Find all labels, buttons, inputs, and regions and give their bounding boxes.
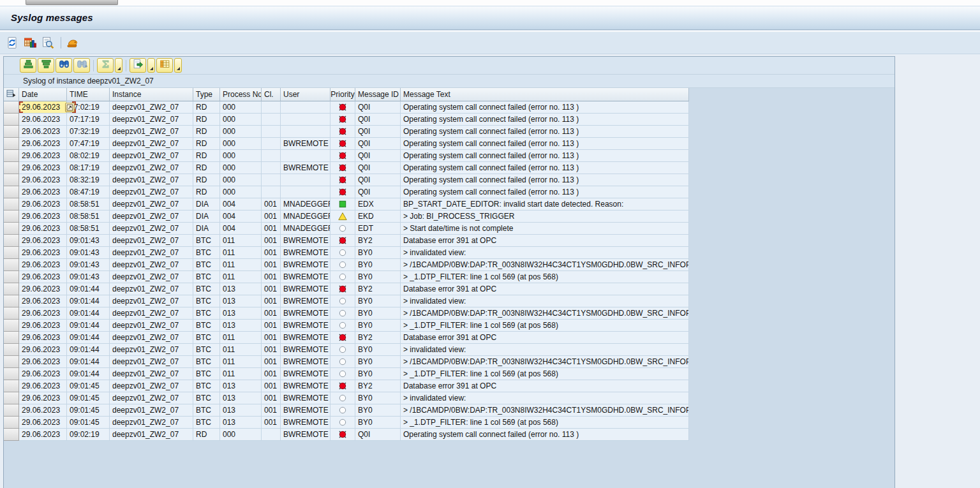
sum-button[interactable] xyxy=(97,58,114,73)
cell-time[interactable]: 09:01:44 xyxy=(67,344,110,356)
cell-time[interactable]: 09:01:43 xyxy=(67,247,110,259)
refresh-icon[interactable] xyxy=(5,36,19,50)
cell-user[interactable]: MNADEGGER xyxy=(281,211,330,223)
cell-client[interactable] xyxy=(262,162,281,174)
cell-type[interactable]: BTC xyxy=(193,271,220,283)
column-header-client[interactable]: Cl. xyxy=(262,88,281,101)
cell-process-no[interactable]: 013 xyxy=(220,392,262,404)
cell-time[interactable]: 08:58:51 xyxy=(67,198,110,211)
cell-client[interactable]: 001 xyxy=(262,307,281,320)
column-header-process-no[interactable]: Process No xyxy=(220,88,262,101)
cell-process-no[interactable]: 011 xyxy=(220,271,262,283)
cell-time[interactable]: 08:02:19 xyxy=(67,150,110,162)
cell-priority[interactable] xyxy=(330,247,355,259)
cell-message-text[interactable]: > /1BCAMDP/0BW:DAP:TR_003N8IW32H4C34CT1Y… xyxy=(401,259,689,271)
cell-client[interactable]: 001 xyxy=(262,295,281,307)
cell-user[interactable]: BWREMOTE xyxy=(281,271,330,283)
cell-message-id[interactable]: Q0I xyxy=(355,126,401,138)
cell-client[interactable]: 001 xyxy=(262,211,281,223)
cell-date[interactable]: 29.06.2023 xyxy=(19,283,67,295)
cell-message-id[interactable]: BY0 xyxy=(355,392,401,404)
cell-type[interactable]: BTC xyxy=(193,235,220,247)
cell-process-no[interactable]: 004 xyxy=(220,223,262,235)
row-selector[interactable] xyxy=(4,174,19,186)
cell-message-text[interactable]: > /1BCAMDP/0BW:DAP:TR_003N8IW32H4C34CT1Y… xyxy=(401,307,689,320)
cell-message-id[interactable]: BY0 xyxy=(355,344,401,356)
cell-message-text[interactable]: > invalidated view: xyxy=(401,247,689,259)
row-selector[interactable] xyxy=(4,235,19,247)
cell-message-text[interactable]: > _1.DTP_FILTER: line 1 col 569 (at pos … xyxy=(401,320,689,332)
layout-button[interactable] xyxy=(156,58,173,73)
cell-user[interactable]: BWREMOTE xyxy=(281,283,330,295)
cell-process-no[interactable]: 011 xyxy=(220,259,262,271)
cell-type[interactable]: BTC xyxy=(193,368,220,380)
cell-message-id[interactable]: BY0 xyxy=(355,368,401,380)
cell-process-no[interactable]: 000 xyxy=(220,138,262,150)
cell-message-id[interactable]: BY2 xyxy=(355,380,401,392)
cell-type[interactable]: RD xyxy=(193,126,220,138)
cell-message-text[interactable]: > invalidated view: xyxy=(401,392,689,404)
column-header-instance[interactable]: Instance xyxy=(110,88,193,101)
cell-message-id[interactable]: BY0 xyxy=(355,271,401,283)
cell-date[interactable]: 29.06.2023 xyxy=(19,150,67,162)
cell-time[interactable]: 09:01:43 xyxy=(67,271,110,283)
cell-time[interactable]: 09:01:45 xyxy=(67,380,110,392)
cell-client[interactable]: 001 xyxy=(262,417,281,429)
cell-instance[interactable]: deepzv01_ZW2_07 xyxy=(110,356,193,368)
cell-type[interactable]: BTC xyxy=(193,295,220,307)
cell-message-id[interactable]: BY0 xyxy=(355,320,401,332)
cell-date[interactable]: 29.06.2023 xyxy=(19,186,67,198)
cell-type[interactable]: BTC xyxy=(193,320,220,332)
cell-priority[interactable] xyxy=(330,174,355,186)
cell-time[interactable]: 07:47:19 xyxy=(67,138,110,150)
cell-priority[interactable] xyxy=(330,150,355,162)
cell-user[interactable]: BWREMOTE xyxy=(281,344,330,356)
row-selector[interactable] xyxy=(4,356,19,368)
cell-type[interactable]: BTC xyxy=(193,247,220,259)
cell-process-no[interactable]: 013 xyxy=(220,380,262,392)
cell-priority[interactable] xyxy=(330,198,355,211)
cell-process-no[interactable]: 011 xyxy=(220,247,262,259)
cell-date[interactable]: 29.06.2023 xyxy=(19,162,67,174)
cell-type[interactable]: BTC xyxy=(193,380,220,392)
cell-message-text[interactable]: Operating system call connect failed (er… xyxy=(401,138,689,150)
cell-message-id[interactable]: BY0 xyxy=(355,247,401,259)
cell-user[interactable]: BWREMOTE xyxy=(281,380,330,392)
cell-type[interactable]: RD xyxy=(193,150,220,162)
cell-message-text[interactable]: > invalidated view: xyxy=(401,295,689,307)
cell-instance[interactable]: deepzv01_ZW2_07 xyxy=(110,198,193,211)
column-header-date[interactable]: Date xyxy=(19,88,67,101)
cell-process-no[interactable]: 004 xyxy=(220,198,262,211)
cell-user[interactable]: BWREMOTE xyxy=(281,332,330,344)
row-selector[interactable] xyxy=(4,380,19,392)
cell-message-text[interactable]: Database error 391 at OPC xyxy=(401,235,689,247)
cell-priority[interactable] xyxy=(330,320,355,332)
cell-priority[interactable] xyxy=(330,259,355,271)
cell-date[interactable]: 29.06.2023 xyxy=(19,307,67,320)
cell-instance[interactable]: deepzv01_ZW2_07 xyxy=(110,101,193,114)
cell-process-no[interactable]: 013 xyxy=(220,295,262,307)
cell-message-id[interactable]: Q0I xyxy=(355,101,401,114)
column-header-message-id[interactable]: Message ID xyxy=(355,88,401,101)
cell-message-text[interactable]: > _1.DTP_FILTER: line 1 col 569 (at pos … xyxy=(401,271,689,283)
cell-instance[interactable]: deepzv01_ZW2_07 xyxy=(110,259,193,271)
cell-user[interactable]: MNADEGGER xyxy=(281,198,330,211)
cell-user[interactable]: BWREMOTE xyxy=(281,368,330,380)
cell-priority[interactable] xyxy=(330,429,355,441)
cell-priority[interactable] xyxy=(330,186,355,198)
sort-descending-button[interactable] xyxy=(38,58,54,73)
cell-date[interactable]: 29.06.2023 xyxy=(19,271,67,283)
cell-time[interactable]: 09:01:44 xyxy=(67,356,110,368)
cell-type[interactable]: BTC xyxy=(193,344,220,356)
cell-user[interactable]: BWREMOTE xyxy=(281,429,330,441)
log-icon[interactable] xyxy=(66,36,80,50)
cell-date[interactable]: 29.06.2023 xyxy=(19,332,67,344)
column-header-type[interactable]: Type xyxy=(193,88,220,101)
cell-client[interactable]: 001 xyxy=(262,271,281,283)
cell-user[interactable]: BWREMOTE xyxy=(281,259,330,271)
cell-instance[interactable]: deepzv01_ZW2_07 xyxy=(110,211,193,223)
column-header-time[interactable]: TIME xyxy=(67,88,110,101)
cell-date[interactable]: 29.06.2023 xyxy=(19,138,67,150)
cell-message-text[interactable]: BP_START_DATE_EDITOR: invalid start date… xyxy=(401,198,689,211)
cell-priority[interactable] xyxy=(330,126,355,138)
